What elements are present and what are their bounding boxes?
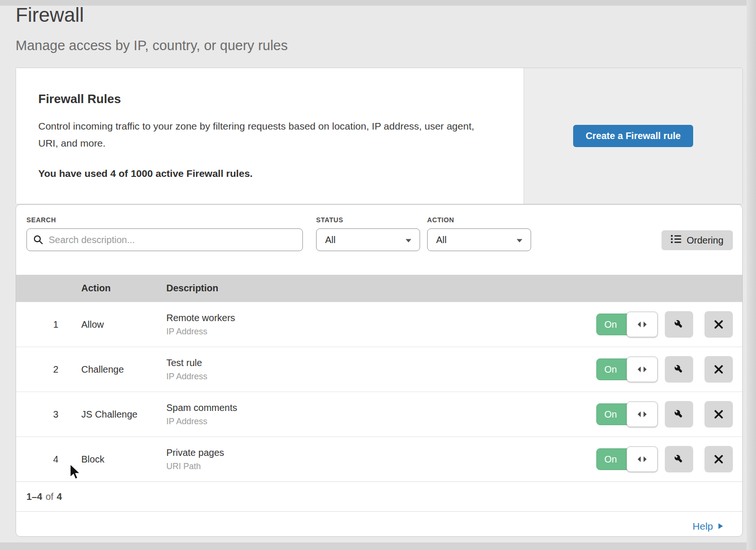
description-column-header: Description [166, 283, 742, 294]
action-column-header: Action [81, 283, 166, 294]
rule-number: 3 [16, 409, 81, 420]
search-label: SEARCH [26, 216, 56, 224]
search-input[interactable] [26, 228, 303, 251]
table-row: 1 Allow Remote workers IP Address On [16, 302, 742, 347]
rule-description-cell: Test rule IP Address [166, 358, 596, 382]
toggle-on-label: On [596, 403, 630, 425]
left-right-arrows-icon [637, 456, 647, 463]
window-bottom-edge [0, 542, 756, 550]
rule-description: Spam comments [166, 402, 596, 413]
toggle-handle[interactable] [627, 446, 658, 472]
edit-rule-button[interactable] [665, 401, 693, 428]
firewall-rules-usage: You have used 4 of 1000 active Firewall … [38, 168, 509, 179]
table-row: 4 Block Private pages URI Path On [16, 437, 742, 481]
wrench-icon [673, 363, 685, 375]
firewall-rules-card-side-panel: Create a Firewall rule [524, 68, 742, 204]
action-label: ACTION [427, 216, 454, 224]
toggle-handle[interactable] [627, 312, 658, 337]
filters-bar: SEARCH STATUS All ACTION All [16, 205, 742, 275]
rule-description: Remote workers [166, 313, 596, 323]
rule-match-type: IP Address [166, 417, 596, 427]
table-row: 2 Challenge Test rule IP Address On [16, 347, 742, 392]
rule-description-cell: Remote workers IP Address [166, 313, 596, 337]
rule-description: Private pages [166, 447, 596, 458]
toggle-on-label: On [596, 358, 630, 380]
firewall-rules-card-text: Firewall Rules Control incoming traffic … [16, 68, 524, 204]
table-header: Action Description [16, 275, 742, 302]
left-right-arrows-icon [637, 321, 647, 328]
pagination-range: 1–4 [26, 491, 42, 502]
edit-rule-button[interactable] [665, 356, 693, 383]
search-icon [33, 235, 43, 247]
window-right-edge [747, 0, 756, 550]
pagination-of: of [45, 491, 53, 502]
window-top-edge [0, 0, 756, 6]
firewall-rules-card: Firewall Rules Control incoming traffic … [16, 68, 743, 204]
pagination-bar: 1–4 of 4 [16, 481, 742, 511]
rule-description-cell: Spam comments IP Address [166, 402, 596, 427]
chevron-down-icon [516, 235, 523, 245]
search-field-wrap [26, 228, 303, 251]
left-right-arrows-icon [637, 366, 647, 373]
pagination-total: 4 [57, 491, 62, 502]
delete-rule-button[interactable] [704, 446, 733, 472]
status-select[interactable]: All [316, 228, 420, 251]
rule-number: 2 [16, 364, 81, 375]
help-link[interactable]: Help [693, 521, 723, 532]
page-title: Firewall [16, 4, 84, 26]
status-label: STATUS [316, 216, 344, 224]
close-icon [713, 319, 724, 330]
wrench-icon [673, 453, 685, 465]
rules-list-card: SEARCH STATUS All ACTION All [16, 204, 743, 537]
page-subtitle: Manage access by IP, country, or query r… [16, 38, 288, 53]
close-icon [713, 454, 724, 464]
create-firewall-rule-button[interactable]: Create a Firewall rule [573, 125, 693, 147]
table-row: 3 JS Challenge Spam comments IP Address … [16, 392, 742, 437]
delete-rule-button[interactable] [704, 311, 733, 338]
toggle-handle[interactable] [627, 402, 658, 427]
wrench-icon [673, 318, 685, 331]
edit-rule-button[interactable] [665, 446, 693, 472]
action-select-value: All [436, 235, 447, 245]
rule-enabled-toggle[interactable]: On [596, 448, 658, 470]
close-icon [713, 409, 724, 419]
rule-controls: On [596, 401, 733, 428]
rule-action: JS Challenge [81, 409, 166, 420]
toggle-handle[interactable] [627, 357, 658, 382]
rule-controls: On [596, 356, 733, 383]
close-icon [713, 364, 724, 375]
rule-description: Test rule [166, 358, 596, 368]
rule-enabled-toggle[interactable]: On [596, 358, 658, 380]
firewall-rules-description: Control incoming traffic to your zone by… [38, 118, 492, 152]
action-select[interactable]: All [427, 228, 531, 251]
delete-rule-button[interactable] [704, 356, 733, 383]
firewall-page: Firewall Manage access by IP, country, o… [0, 0, 756, 550]
chevron-down-icon [405, 235, 412, 245]
ordering-button[interactable]: Ordering [662, 230, 733, 250]
rule-action: Allow [81, 319, 166, 330]
toggle-on-label: On [596, 448, 630, 470]
rule-number: 1 [16, 319, 81, 330]
rule-description-cell: Private pages URI Path [166, 447, 596, 471]
help-bar: Help [16, 511, 742, 537]
rule-action: Block [81, 454, 166, 465]
rule-controls: On [596, 311, 733, 338]
ordered-list-icon [671, 235, 681, 246]
status-select-value: All [325, 235, 335, 245]
edit-rule-button[interactable] [665, 311, 693, 338]
help-link-label: Help [693, 521, 713, 532]
rule-match-type: IP Address [166, 327, 596, 337]
rule-enabled-toggle[interactable]: On [596, 403, 658, 425]
rule-match-type: IP Address [166, 372, 596, 382]
wrench-icon [673, 408, 685, 420]
toggle-on-label: On [596, 314, 630, 335]
left-right-arrows-icon [637, 411, 647, 418]
firewall-rules-heading: Firewall Rules [38, 92, 509, 106]
rule-action: Challenge [81, 364, 166, 375]
ordering-button-label: Ordering [687, 235, 723, 246]
rule-match-type: URI Path [166, 462, 596, 471]
rule-controls: On [596, 446, 733, 472]
delete-rule-button[interactable] [704, 401, 733, 428]
rule-enabled-toggle[interactable]: On [596, 314, 658, 335]
arrow-right-icon [718, 523, 723, 530]
